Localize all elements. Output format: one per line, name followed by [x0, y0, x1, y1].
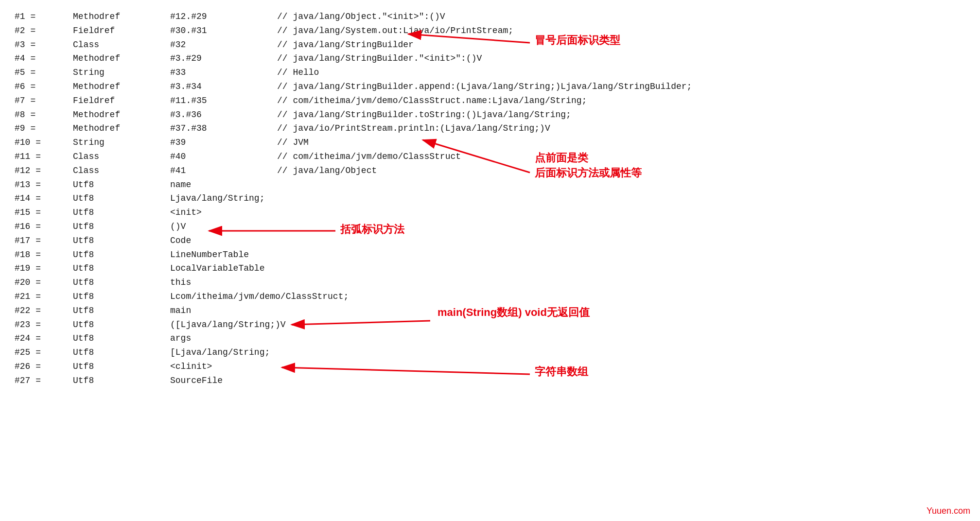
annotation-main-meaning: main(String数组) void无返回值	[438, 305, 590, 320]
ref-col: ([Ljava/lang/String;)V	[170, 318, 277, 332]
type-col: Utf8	[73, 248, 170, 262]
table-row: #15 = Utf8<init>	[15, 206, 965, 220]
annotation-array-meaning: 字符串数组	[535, 365, 588, 379]
type-col: Utf8	[73, 318, 170, 332]
code-block: #1 = Methodref#12.#29// java/lang/Object…	[15, 10, 965, 388]
table-row: #4 = Methodref#3.#29// java/lang/StringB…	[15, 52, 965, 66]
type-col: Utf8	[73, 261, 170, 276]
type-col: Class	[73, 150, 170, 164]
index-col: #24 =	[15, 331, 73, 346]
ref-col: Ljava/lang/String;	[170, 191, 277, 206]
type-col: String	[73, 66, 170, 80]
ref-col: #40	[170, 150, 277, 164]
index-col: #25 =	[15, 346, 73, 360]
index-col: #14 =	[15, 191, 73, 206]
table-row: #21 = Utf8Lcom/itheima/jvm/demo/ClassStr…	[15, 290, 965, 304]
ref-col: <init>	[170, 206, 277, 220]
type-col: Utf8	[73, 191, 170, 206]
ref-col: Code	[170, 234, 277, 248]
comment-col: // java/lang/StringBuilder."<init>":()V	[277, 52, 482, 66]
ref-col: #3.#34	[170, 80, 277, 94]
ref-col: main	[170, 304, 277, 318]
content-area: #1 = Methodref#12.#29// java/lang/Object…	[0, 0, 980, 398]
ref-col: LocalVariableTable	[170, 261, 277, 276]
index-col: #27 =	[15, 374, 73, 388]
table-row: #17 = Utf8Code	[15, 234, 965, 248]
table-row: #11 = Class#40// com/itheima/jvm/demo/Cl…	[15, 150, 965, 164]
comment-col: // java/lang/System.out:Ljava/io/PrintSt…	[277, 24, 513, 38]
table-row: #6 = Methodref#3.#34// java/lang/StringB…	[15, 80, 965, 94]
type-col: Utf8	[73, 206, 170, 220]
index-col: #9 =	[15, 122, 73, 136]
type-col: Utf8	[73, 276, 170, 290]
index-col: #13 =	[15, 178, 73, 192]
index-col: #21 =	[15, 290, 73, 304]
comment-col: // java/lang/Object."<init>":()V	[277, 10, 445, 24]
table-row: #9 = Methodref#37.#38// java/io/PrintStr…	[15, 122, 965, 136]
table-row: #18 = Utf8LineNumberTable	[15, 248, 965, 262]
type-col: Utf8	[73, 331, 170, 346]
comment-col: // java/lang/StringBuilder	[277, 38, 414, 52]
watermark: Yuuen.com	[927, 506, 970, 516]
ref-col: #32	[170, 38, 277, 52]
index-col: #12 =	[15, 164, 73, 178]
ref-col: #3.#29	[170, 52, 277, 66]
index-col: #1 =	[15, 10, 73, 24]
ref-col: #30.#31	[170, 24, 277, 38]
index-col: #18 =	[15, 248, 73, 262]
index-col: #2 =	[15, 24, 73, 38]
type-col: Fieldref	[73, 94, 170, 108]
ref-col: [Ljava/lang/String;	[170, 346, 277, 360]
table-row: #10 = String#39// JVM	[15, 136, 965, 150]
ref-col: #41	[170, 164, 277, 178]
index-col: #10 =	[15, 136, 73, 150]
table-row: #13 = Utf8name	[15, 178, 965, 192]
index-col: #17 =	[15, 234, 73, 248]
type-col: Utf8	[73, 374, 170, 388]
annotation-dot-meaning: 点前面是类 后面标识方法或属性等	[535, 151, 642, 181]
type-col: Utf8	[73, 360, 170, 374]
type-col: Methodref	[73, 10, 170, 24]
table-row: #26 = Utf8<clinit>	[15, 360, 965, 374]
ref-col: args	[170, 331, 277, 346]
index-col: #19 =	[15, 261, 73, 276]
ref-col: #11.#35	[170, 94, 277, 108]
ref-col: <clinit>	[170, 360, 277, 374]
ref-col: #12.#29	[170, 10, 277, 24]
type-col: Utf8	[73, 234, 170, 248]
index-col: #22 =	[15, 304, 73, 318]
type-col: Utf8	[73, 220, 170, 234]
ref-col: name	[170, 178, 277, 192]
index-col: #7 =	[15, 94, 73, 108]
type-col: Methodref	[73, 122, 170, 136]
ref-col: ()V	[170, 220, 277, 234]
type-col: Class	[73, 164, 170, 178]
table-row: #25 = Utf8[Ljava/lang/String;	[15, 346, 965, 360]
type-col: Utf8	[73, 304, 170, 318]
type-col: Methodref	[73, 52, 170, 66]
table-row: #24 = Utf8args	[15, 331, 965, 346]
index-col: #26 =	[15, 360, 73, 374]
table-row: #3 = Class#32// java/lang/StringBuilder	[15, 38, 965, 52]
index-col: #20 =	[15, 276, 73, 290]
comment-col: // com/itheima/jvm/demo/ClassStruct.name…	[277, 94, 587, 108]
table-row: #2 = Fieldref#30.#31// java/lang/System.…	[15, 24, 965, 38]
comment-col: // Hello	[277, 66, 319, 80]
type-col: Methodref	[73, 108, 170, 122]
type-col: String	[73, 136, 170, 150]
comment-col: // java/io/PrintStream.println:(Ljava/la…	[277, 122, 550, 136]
ref-col: #33	[170, 66, 277, 80]
table-row: #20 = Utf8this	[15, 276, 965, 290]
ref-col: Lcom/itheima/jvm/demo/ClassStruct;	[170, 290, 277, 304]
ref-col: LineNumberTable	[170, 248, 277, 262]
table-row: #5 = String#33// Hello	[15, 66, 965, 80]
table-row: #27 = Utf8SourceFile	[15, 374, 965, 388]
ref-col: #3.#36	[170, 108, 277, 122]
type-col: Utf8	[73, 178, 170, 192]
index-col: #16 =	[15, 220, 73, 234]
type-col: Fieldref	[73, 24, 170, 38]
type-col: Utf8	[73, 290, 170, 304]
type-col: Methodref	[73, 80, 170, 94]
table-row: #14 = Utf8Ljava/lang/String;	[15, 191, 965, 206]
ref-col: #39	[170, 136, 277, 150]
